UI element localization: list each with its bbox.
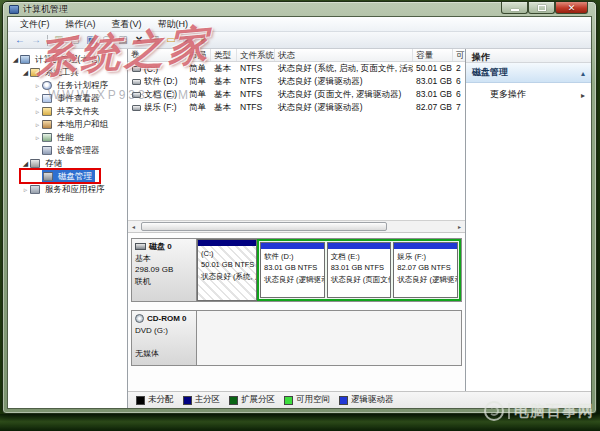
- help-window-icon[interactable]: [83, 33, 99, 48]
- maximize-button[interactable]: [528, 2, 555, 14]
- scrollbar-track[interactable]: [139, 221, 454, 232]
- selected-tree-item[interactable]: 磁盘管理: [42, 170, 95, 183]
- tree-item-shared-folders[interactable]: 共享文件夹: [8, 105, 127, 118]
- volume-row-d[interactable]: 软件 (D:) 简单 基本 NTFS 状态良好 (逻辑驱动器) 83.01 GB…: [128, 75, 465, 88]
- services-applications-icon: [30, 185, 40, 194]
- tree-item-performance[interactable]: 性能: [8, 131, 127, 144]
- delete-icon[interactable]: [131, 33, 147, 48]
- legend-label: 未分配: [148, 394, 174, 406]
- drive-icon: [132, 92, 141, 98]
- minimize-button[interactable]: [501, 2, 528, 14]
- export-list-icon[interactable]: [115, 33, 131, 48]
- tree-item-label: 系统工具: [43, 67, 81, 79]
- partition-d[interactable]: 软件 (D:) 83.01 GB NTFS 状态良好 (逻辑驱动: [260, 242, 325, 298]
- column-header-free[interactable]: 可: [453, 49, 465, 61]
- menu-view[interactable]: 查看(V): [104, 17, 150, 32]
- column-header-filesystem[interactable]: 文件系统: [237, 49, 275, 61]
- cell-capacity: 83.01 GB: [413, 88, 453, 101]
- scrollbar-thumb[interactable]: [141, 222, 387, 231]
- partition-e[interactable]: 文档 (E:) 83.01 GB NTFS 状态良好 (页面文件: [327, 242, 392, 298]
- cell-capacity: 82.07 GB: [413, 101, 453, 114]
- scroll-left-icon[interactable]: ◂: [128, 221, 139, 232]
- collapse-up-icon[interactable]: [581, 68, 585, 78]
- tree-item-local-users-groups[interactable]: 本地用户和组: [8, 118, 127, 131]
- collapse-arrow-icon[interactable]: [21, 186, 30, 194]
- tree-item-system-tools[interactable]: 系统工具: [8, 66, 127, 79]
- tree-item-label: 设备管理器: [55, 145, 102, 157]
- forward-icon[interactable]: [28, 33, 44, 48]
- expand-arrow-icon[interactable]: [21, 69, 30, 77]
- tree-item-event-viewer[interactable]: 事件查看器: [8, 92, 127, 105]
- tree-item-disk-management[interactable]: 磁盘管理: [8, 170, 127, 183]
- graphical-view: 磁盘 0 基本 298.09 GB 联机: [128, 233, 465, 391]
- scroll-right-icon[interactable]: ▸: [454, 221, 465, 232]
- column-header-volume[interactable]: 卷: [128, 49, 186, 61]
- menu-action[interactable]: 操作(A): [58, 17, 104, 32]
- collapse-arrow-icon[interactable]: [33, 82, 42, 90]
- legend-primary: 主分区: [183, 394, 221, 406]
- open-folder-icon[interactable]: [163, 33, 179, 48]
- computer-management-window: 计算机管理 ✕ 文件(F) 操作(A) 查看(V) 帮助(H): [2, 1, 597, 414]
- menu-bar: 文件(F) 操作(A) 查看(V) 帮助(H): [8, 17, 591, 32]
- column-header-status[interactable]: 状态: [275, 49, 413, 61]
- volume-row-e[interactable]: 文档 (E:) 简单 基本 NTFS 状态良好 (页面文件, 逻辑驱动器) 83…: [128, 88, 465, 101]
- back-icon[interactable]: [12, 33, 28, 48]
- titlebar[interactable]: 计算机管理 ✕: [3, 2, 596, 16]
- partition-f[interactable]: 娱乐 (F:) 82.07 GB NTFS 状态良好 (逻辑驱动: [393, 242, 458, 298]
- menu-help[interactable]: 帮助(H): [150, 17, 197, 32]
- column-header-type[interactable]: 类型: [211, 49, 237, 61]
- cdrom0-header[interactable]: CD-ROM 0 DVD (G:) 无媒体: [131, 310, 197, 366]
- partition-status: 状态良好 (逻辑驱动: [264, 274, 321, 285]
- extended-partition-group: 软件 (D:) 83.01 GB NTFS 状态良好 (逻辑驱动: [257, 239, 461, 301]
- cell-status: 状态良好 (系统, 启动, 页面文件, 活动, 故障转储, 主分区): [275, 62, 413, 75]
- tree-item-device-manager[interactable]: 设备管理器: [8, 144, 127, 157]
- cell-type: 基本: [211, 88, 237, 101]
- shared-folders-icon: [42, 107, 52, 116]
- disk0-type: 基本: [135, 253, 193, 265]
- volume-row-c[interactable]: (C:) 简单 基本 NTFS 状态良好 (系统, 启动, 页面文件, 活动, …: [128, 62, 465, 75]
- tree-item-storage[interactable]: 存储: [8, 157, 127, 170]
- drive-icon: [132, 66, 141, 72]
- cdrom0-body[interactable]: [197, 310, 462, 366]
- properties-icon[interactable]: [147, 33, 163, 48]
- expand-arrow-icon[interactable]: [21, 160, 30, 168]
- close-button[interactable]: ✕: [555, 2, 588, 14]
- column-header-capacity[interactable]: 容量: [413, 49, 453, 61]
- caption-buttons: ✕: [501, 2, 588, 14]
- tree-item-computer-management[interactable]: 计算机管理(本地): [8, 53, 127, 66]
- tree-item-services-applications[interactable]: 服务和应用程序: [8, 183, 127, 196]
- disk0-header[interactable]: 磁盘 0 基本 298.09 GB 联机: [131, 238, 197, 302]
- window-pane-2-icon[interactable]: [99, 33, 115, 48]
- horizontal-scrollbar[interactable]: ◂ ▸: [128, 221, 465, 233]
- collapse-arrow-icon[interactable]: [33, 95, 42, 103]
- actions-group-disk-management[interactable]: 磁盘管理: [466, 63, 591, 83]
- tree-item-label: 共享文件夹: [55, 106, 102, 118]
- collapse-arrow-icon[interactable]: [33, 108, 42, 116]
- cell-layout: 简单: [186, 88, 211, 101]
- cell-type: 基本: [211, 101, 237, 114]
- tree-item-task-scheduler[interactable]: 任务计划程序: [8, 79, 127, 92]
- cdrom0-state: 无媒体: [135, 348, 193, 360]
- submenu-arrow-icon[interactable]: [581, 90, 585, 100]
- system-tools-icon: [30, 68, 40, 77]
- collapse-arrow-icon[interactable]: [33, 121, 42, 129]
- search-icon[interactable]: [179, 33, 195, 48]
- tree-item-label: 性能: [55, 132, 76, 144]
- collapse-arrow-icon[interactable]: [33, 134, 42, 142]
- more-actions-item[interactable]: 更多操作: [466, 83, 591, 106]
- console-tree-icon[interactable]: [51, 33, 67, 48]
- column-header-layout[interactable]: 布局: [186, 49, 211, 61]
- cell-layout: 简单: [186, 75, 211, 88]
- cell-volume: (C:): [128, 62, 186, 75]
- partition-c[interactable]: (C:) 50.01 GB NTFS 状态良好 (系统, 启: [197, 239, 257, 301]
- cell-status: 状态良好 (逻辑驱动器): [275, 75, 413, 88]
- help-book-icon[interactable]: [195, 33, 211, 48]
- tree-item-label: 事件查看器: [55, 93, 102, 105]
- disk0-name: 磁盘 0: [149, 241, 172, 253]
- toolbar: [8, 32, 591, 49]
- window-pane-icon[interactable]: [67, 33, 83, 48]
- volume-row-f[interactable]: 娱乐 (F:) 简单 基本 NTFS 状态良好 (逻辑驱动器) 82.07 GB…: [128, 101, 465, 114]
- expand-arrow-icon[interactable]: [11, 56, 20, 64]
- partition-size: 50.01 GB NTFS: [201, 259, 253, 270]
- menu-file[interactable]: 文件(F): [12, 17, 58, 32]
